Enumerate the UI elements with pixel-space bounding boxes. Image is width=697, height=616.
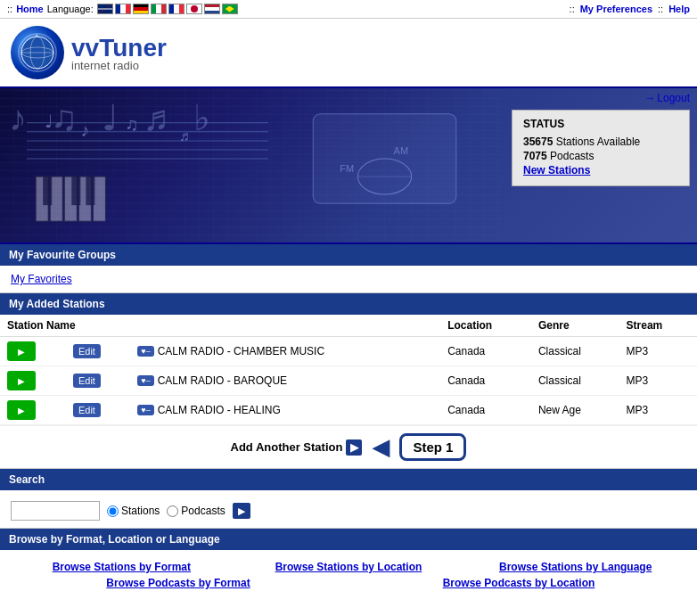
logout-label: Logout xyxy=(657,92,690,104)
browse-stations-language-link[interactable]: Browse Stations by Language xyxy=(499,561,652,573)
svg-point-1 xyxy=(30,37,45,69)
station-name-cell-2: ♥– CALM RADIO - HEALING xyxy=(130,396,440,425)
flag-br[interactable] xyxy=(222,4,238,14)
podcasts-radio-text: Podcasts xyxy=(181,505,225,517)
genre-cell-1: Classical xyxy=(531,366,619,396)
podcasts-radio-label[interactable]: Podcasts xyxy=(167,505,225,517)
location-cell-0: Canada xyxy=(440,337,531,366)
header: vvTuner internet radio xyxy=(0,19,697,88)
fav-icon-1[interactable]: ♥– xyxy=(137,375,153,386)
my-preferences-link[interactable]: My Preferences xyxy=(580,4,652,14)
search-section: Stations Podcasts ▶ xyxy=(0,490,697,529)
flag-jp[interactable] xyxy=(186,4,202,14)
logo-text: vvTuner internet radio xyxy=(71,34,167,72)
play-cell-1: ▶ xyxy=(0,366,66,396)
browse-links-row2: Browse Podcasts by Format Browse Podcast… xyxy=(11,577,686,589)
th-location: Location xyxy=(440,315,531,337)
status-title: STATUS xyxy=(523,118,678,130)
browse-links-row1: Browse Stations by Format Browse Station… xyxy=(11,561,686,573)
browse-podcasts-format-cell: Browse Podcasts by Format xyxy=(11,577,346,589)
help-link[interactable]: Help xyxy=(668,4,690,14)
play-button-2[interactable]: ▶ xyxy=(7,400,36,420)
logout-link[interactable]: → Logout xyxy=(644,92,690,104)
stations-radio[interactable] xyxy=(107,505,119,517)
logout-arrow: → xyxy=(644,92,655,104)
browse-title: Browse by Format, Location or Language xyxy=(9,533,220,546)
stations-table: Station Name Location Genre Stream ▶ Edi… xyxy=(0,315,697,425)
brand-v: v xyxy=(71,34,86,62)
search-go-button[interactable]: ▶ xyxy=(233,503,250,519)
edit-button-0[interactable]: Edit xyxy=(73,344,101,358)
flag-fr[interactable] xyxy=(115,4,131,14)
station-name-row-0: ♥– CALM RADIO - CHAMBER MUSIC xyxy=(137,345,433,357)
logout-row: → Logout xyxy=(644,92,690,104)
browse-podcasts-location-cell: Browse Podcasts by Location xyxy=(351,577,686,589)
fav-icon-0[interactable]: ♥– xyxy=(137,346,153,357)
new-stations-link[interactable]: New Stations xyxy=(523,164,590,177)
language-flags xyxy=(97,4,238,14)
favourites-title: My Favourite Groups xyxy=(9,249,116,261)
top-nav-sep3: :: xyxy=(658,4,663,14)
table-row: ▶ Edit ♥– CALM RADIO - CHAMBER MUSIC Can… xyxy=(0,337,697,366)
browse-podcasts-format-link[interactable]: Browse Podcasts by Format xyxy=(106,577,250,589)
stations-available-row: 35675 Stations Available xyxy=(523,136,678,148)
th-genre: Genre xyxy=(531,315,619,337)
browse-stations-location-link[interactable]: Browse Stations by Location xyxy=(275,561,422,573)
browse-podcasts-location-link[interactable]: Browse Podcasts by Location xyxy=(443,577,595,589)
play-button-0[interactable]: ▶ xyxy=(7,341,36,361)
flag-it[interactable] xyxy=(151,4,167,14)
banner-overlay: → Logout STATUS 35675 Stations Available… xyxy=(0,88,697,242)
added-stations-title: My Added Stations xyxy=(9,298,105,310)
top-nav-sep1: :: xyxy=(7,4,12,14)
flag-fr2[interactable] xyxy=(168,4,184,14)
add-station-arrow-icon: ▶ xyxy=(346,439,362,456)
table-header-row: Station Name Location Genre Stream xyxy=(0,315,697,337)
big-arrow-left-icon: ◀ xyxy=(373,435,389,460)
logo-subtitle: internet radio xyxy=(71,59,167,72)
search-row: Stations Podcasts ▶ xyxy=(11,501,686,521)
brand-tuner: vTuner xyxy=(86,34,167,62)
location-cell-1: Canada xyxy=(440,366,531,396)
fav-icon-2[interactable]: ♥– xyxy=(137,405,153,415)
favourites-section-bar: My Favourite Groups xyxy=(0,244,697,266)
stations-radio-label[interactable]: Stations xyxy=(107,505,160,517)
home-link[interactable]: Home xyxy=(16,4,44,14)
edit-button-1[interactable]: Edit xyxy=(73,374,101,388)
station-name-text-2: CALM RADIO - HEALING xyxy=(158,404,281,416)
top-nav-left: :: Home Language: xyxy=(7,4,238,14)
globe-svg xyxy=(20,35,55,70)
top-nav: :: Home Language: xyxy=(0,0,697,19)
stream-cell-2: MP3 xyxy=(619,396,697,425)
station-name-text-0: CALM RADIO - CHAMBER MUSIC xyxy=(158,345,324,357)
play-cell-0: ▶ xyxy=(0,337,66,366)
station-name-row-1: ♥– CALM RADIO - BAROQUE xyxy=(137,374,433,387)
stations-section: Station Name Location Genre Stream ▶ Edi… xyxy=(0,315,697,469)
top-nav-right: :: My Preferences :: Help xyxy=(570,4,690,14)
add-station-link[interactable]: Add Another Station ▶ xyxy=(231,439,363,456)
th-station-name: Station Name xyxy=(0,315,440,337)
station-name-row-2: ♥– CALM RADIO - HEALING xyxy=(137,404,433,416)
add-station-label: Add Another Station xyxy=(231,440,343,454)
location-cell-2: Canada xyxy=(440,396,531,425)
flag-de[interactable] xyxy=(133,4,149,14)
podcasts-radio[interactable] xyxy=(167,505,178,517)
genre-cell-0: Classical xyxy=(531,337,619,366)
flag-uk[interactable] xyxy=(97,4,113,14)
step-badge: Step 1 xyxy=(399,433,466,461)
browse-by-language-cell: Browse Stations by Language xyxy=(464,561,686,573)
status-panel: STATUS 35675 Stations Available 7075 Pod… xyxy=(512,110,690,186)
station-name-text-1: CALM RADIO - BAROQUE xyxy=(158,374,287,387)
search-input[interactable] xyxy=(11,501,100,521)
banner-section: ♩ ♪ ♫ ♬ FM AM xyxy=(0,88,697,244)
browse-stations-format-link[interactable]: Browse Stations by Format xyxy=(53,561,191,573)
browse-section-bar: Browse by Format, Location or Language xyxy=(0,529,697,550)
my-favorites-link[interactable]: My Favorites xyxy=(11,273,72,285)
browse-by-format-cell: Browse Stations by Format xyxy=(11,561,233,573)
table-row: ▶ Edit ♥– CALM RADIO - HEALING Canada Ne… xyxy=(0,396,697,425)
language-label: Language: xyxy=(47,4,94,14)
new-stations-row: New Stations xyxy=(523,164,678,177)
logo-globe xyxy=(11,26,64,79)
flag-nl[interactable] xyxy=(204,4,220,14)
edit-button-2[interactable]: Edit xyxy=(73,403,101,417)
play-button-1[interactable]: ▶ xyxy=(7,371,36,390)
